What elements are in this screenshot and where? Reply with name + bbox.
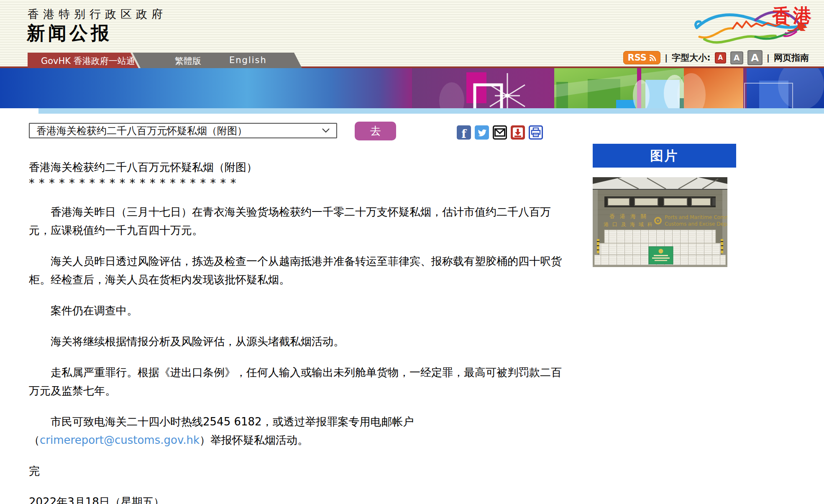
crime-report-email-link[interactable]: crimereport@customs.gov.hk: [40, 434, 200, 446]
end-mark: 完: [29, 462, 569, 480]
site-title: 新闻公报: [27, 21, 112, 46]
release-date: 2022年3月18日（星期五）: [29, 494, 569, 504]
light-blue-strip: [38, 108, 824, 114]
masthead: 香港特别行政区政府 新闻公报 香港 GovHK 香港政府一站通 繁: [0, 0, 824, 68]
brandhk-logo-text: 香港: [772, 5, 814, 26]
tab-english[interactable]: English: [229, 55, 267, 65]
site-guide-link[interactable]: 网页指南: [774, 52, 809, 64]
paragraph-hotline: 市民可致电海关二十四小时热线2545 6182，或透过举报罪案专用电邮帐户（cr…: [29, 412, 569, 449]
photo-en-line2: Customs and Excise Department: [665, 221, 727, 227]
tab-govhk[interactable]: GovHK 香港政府一站通: [41, 55, 135, 67]
photo-cn-division: 港口及海域科: [604, 221, 656, 227]
font-size-medium-button[interactable]: A: [730, 51, 743, 64]
images-sidebar: 图片: [593, 144, 736, 267]
rss-feed-icon: [649, 54, 656, 61]
toolbar-divider-2: |: [767, 53, 770, 63]
hotline-text-post: ）举报怀疑私烟活动。: [200, 434, 308, 446]
rss-button[interactable]: RSS: [623, 51, 660, 64]
press-release-page: 香港特别行政区政府 新闻公报 香港 GovHK 香港政府一站通 繁: [0, 0, 824, 504]
main-content: 香港海关检获约二千八百万元怀疑私烟（附图） 去 f: [0, 114, 824, 502]
font-size-large-button[interactable]: A: [747, 50, 763, 65]
article-body: 香港海关检获约二千八百万元怀疑私烟（附图） * * * * * * * * * …: [29, 114, 569, 504]
font-size-small-button[interactable]: A: [715, 52, 726, 64]
photo-cn-name: 香港海關: [609, 213, 651, 219]
brandhk-dragon-logo: 香港: [693, 2, 814, 51]
images-section-header: 图片: [593, 144, 736, 168]
rss-label: RSS: [627, 53, 646, 63]
photo-en-line1: Ports and Maritime Command: [665, 214, 727, 220]
press-photo-thumbnail[interactable]: 香港海關 港口及海域科 Ports and Maritime Command C…: [593, 177, 727, 267]
government-title: 香港特别行政区政府: [28, 7, 167, 22]
font-size-label: 字型大小:: [672, 52, 710, 64]
header-toolbar: RSS | 字型大小: A A A | 网页指南: [623, 50, 809, 65]
banner-mosaic: [412, 68, 824, 108]
paragraph-5: 走私属严重罪行。根据《进出口条例》，任何人输入或输出未列舱单货物，一经定罪，最高…: [29, 363, 569, 400]
star-separator: * * * * * * * * * * * * * * * * * * * * …: [29, 176, 569, 190]
toolbar-divider: |: [665, 53, 668, 63]
tab-traditional-chinese[interactable]: 繁體版: [175, 55, 201, 67]
paragraph-1: 香港海关昨日（三月十七日）在青衣海关验货场检获约一千零二十万支怀疑私烟，估计市值…: [29, 203, 569, 239]
paragraph-4: 海关将继续根据情报分析及风险评估，从源头堵截私烟活动。: [29, 332, 569, 351]
release-datetime: 2022年3月18日（星期五） 香港时间11时05分: [29, 494, 569, 504]
article-title: 香港海关检获约二千八百万元怀疑私烟（附图）: [29, 160, 569, 175]
primary-tab-bar: GovHK 香港政府一站通 繁體版 English RSS | 字型大小: A …: [0, 53, 824, 68]
decorative-banner: [0, 68, 824, 108]
paragraph-2: 海关人员昨日透过风险评估，拣选及检查一个从越南抵港并准备转运至菲律宾、报称载有塑…: [29, 252, 569, 289]
paragraph-3: 案件仍在调查中。: [29, 301, 569, 320]
